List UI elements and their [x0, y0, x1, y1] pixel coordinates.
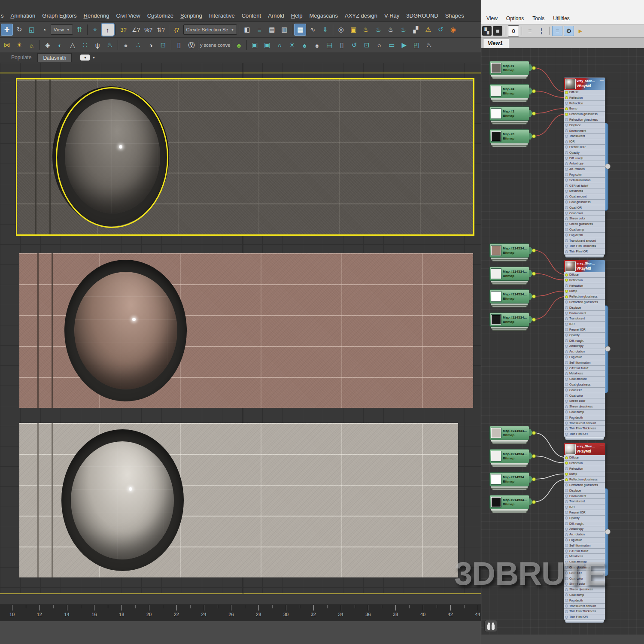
map-node[interactable]: Map #214534...Bitmap — [489, 313, 529, 327]
map-node[interactable]: Map #2Bitmap — [489, 106, 529, 121]
param-input-socket[interactable] — [565, 467, 568, 470]
vray-logo-icon[interactable]: Ⓥ — [185, 39, 197, 51]
param-input-socket[interactable] — [565, 533, 568, 536]
render-cloud-icon[interactable]: ♨ — [397, 24, 409, 36]
param-input-socket[interactable] — [565, 489, 568, 492]
param-input-socket[interactable] — [565, 405, 568, 408]
param-input-socket[interactable] — [565, 616, 568, 619]
clone-material-icon[interactable]: ⊡ — [157, 39, 169, 51]
map-node[interactable]: Map #4Bitmap — [489, 84, 529, 98]
param-input-socket[interactable] — [565, 544, 568, 547]
param-input-socket[interactable] — [565, 538, 568, 541]
menu-interactive[interactable]: Interactive — [209, 12, 235, 19]
map-node[interactable]: Map #214534...Bitmap — [489, 289, 529, 304]
slate-menu-tools[interactable]: Tools — [532, 15, 544, 21]
map-node[interactable]: Map #214534...Bitmap — [489, 449, 529, 463]
param-input-socket[interactable] — [565, 361, 568, 364]
param-input-socket[interactable] — [565, 610, 568, 613]
param-input-socket[interactable] — [565, 522, 568, 525]
zero-maps-icon[interactable]: 0 — [508, 25, 519, 36]
param-input-socket[interactable] — [565, 528, 568, 531]
param-input-socket[interactable] — [565, 394, 568, 397]
palette-icon[interactable]: ◑ — [145, 39, 157, 51]
layered-views-icon[interactable]: ⊡ — [361, 39, 373, 51]
param-input-socket[interactable] — [565, 129, 568, 132]
output-socket[interactable] — [532, 134, 536, 138]
param-input-socket[interactable] — [565, 146, 568, 149]
select-and-move-icon[interactable]: ✚ — [1, 24, 13, 36]
fire-effect-icon[interactable]: ♨ — [104, 39, 116, 51]
param-input-socket[interactable] — [565, 157, 568, 160]
param-input-socket[interactable] — [565, 113, 568, 116]
param-input-socket[interactable] — [565, 234, 568, 237]
schematic-view-icon[interactable]: ⇓ — [319, 24, 331, 36]
param-input-socket[interactable] — [565, 495, 568, 498]
map-node[interactable]: Map #214534...Bitmap — [489, 267, 529, 281]
menu-content[interactable]: Content — [242, 12, 261, 19]
output-socket[interactable] — [532, 318, 536, 322]
hierarchy-icon[interactable]: ¦ — [536, 26, 547, 36]
menu-shapes[interactable]: Shapes — [445, 12, 464, 19]
map-node[interactable]: Map #214534...Bitmap — [489, 495, 529, 509]
param-input-socket[interactable] — [565, 184, 568, 187]
align-icon[interactable]: ≡ — [253, 24, 265, 36]
param-input-socket[interactable] — [565, 605, 568, 608]
param-input-socket[interactable] — [565, 350, 568, 353]
spinner-snap-icon[interactable]: ⇅? — [155, 24, 167, 36]
param-input-socket[interactable] — [565, 107, 568, 110]
menu-rendering[interactable]: Rendering — [84, 12, 109, 19]
pine-tree-icon[interactable]: ♠ — [311, 39, 323, 51]
daylight-sun-icon[interactable]: ☀ — [286, 39, 298, 51]
param-input-socket[interactable] — [565, 478, 568, 481]
sphere-array-icon[interactable]: ∷ — [79, 39, 91, 51]
menu-3dground[interactable]: 3DGROUND — [406, 12, 438, 19]
material-black-icon[interactable]: ■ — [493, 26, 502, 36]
output-socket[interactable] — [532, 66, 536, 70]
param-input-socket[interactable] — [565, 511, 568, 514]
param-input-socket[interactable] — [565, 427, 568, 430]
menu-scripting[interactable]: Scripting — [180, 12, 202, 19]
menu-customize[interactable]: Customize — [147, 12, 173, 19]
scene-explorer-icon[interactable]: ▥ — [278, 24, 290, 36]
menu-help[interactable]: Help — [291, 12, 303, 19]
output-socket[interactable] — [532, 477, 536, 481]
menu-graph-editors[interactable]: Graph Editors — [42, 12, 76, 19]
vray-material-node[interactable]: vray_Ston...—VRayMtlDiffuseReflectionRef… — [564, 443, 605, 620]
param-input-socket[interactable] — [565, 593, 568, 596]
param-input-socket[interactable] — [565, 245, 568, 248]
param-input-socket[interactable] — [565, 328, 568, 331]
viewport[interactable] — [0, 63, 481, 594]
selection-set-dropdown[interactable]: Create Selection Se▼ — [183, 24, 237, 35]
param-input-socket[interactable] — [565, 317, 568, 320]
slate-menu-options[interactable]: Options — [506, 15, 524, 21]
vray-material-node[interactable]: vray_Ston...—VRayMtlDiffuseReflectionRef… — [564, 77, 605, 255]
param-input-socket[interactable] — [565, 295, 568, 298]
param-input-socket[interactable] — [565, 168, 568, 171]
param-input-socket[interactable] — [565, 135, 568, 138]
render-production-icon[interactable]: ♨ — [360, 24, 372, 36]
use-pivot-center-icon[interactable]: ⇈ — [73, 24, 85, 36]
output-socket[interactable] — [532, 295, 536, 298]
output-socket[interactable] — [532, 112, 536, 115]
material-checker-icon[interactable]: ▚ — [482, 26, 492, 36]
menu-megascans[interactable]: Megascans — [310, 12, 338, 19]
layer-explorer-icon[interactable]: ▤ — [266, 24, 278, 36]
material-node-header[interactable]: vray_Ston...—VRayMtl — [564, 443, 605, 455]
param-input-socket[interactable] — [565, 190, 568, 193]
param-input-socket[interactable] — [565, 306, 568, 309]
parameter-panel-icon[interactable]: ≡ — [552, 26, 562, 36]
menu-arnold[interactable]: Arnold — [268, 12, 284, 19]
param-input-socket[interactable] — [565, 217, 568, 220]
param-input-socket[interactable] — [565, 301, 568, 304]
param-input-socket[interactable] — [565, 383, 568, 386]
map-node[interactable]: Map #214534...Bitmap — [489, 243, 529, 258]
forest-pack-icon[interactable]: ♣ — [233, 39, 245, 51]
param-input-socket[interactable] — [565, 550, 568, 553]
param-input-socket[interactable] — [565, 250, 568, 253]
param-input-socket[interactable] — [565, 195, 568, 198]
warning-icon[interactable]: ⚠ — [422, 24, 434, 36]
minimize-icon[interactable]: — — [600, 261, 604, 265]
param-input-socket[interactable] — [565, 212, 568, 215]
select-and-scale-icon[interactable]: ◱ — [26, 24, 38, 36]
grass-scatter-icon[interactable]: ψ — [91, 39, 103, 51]
